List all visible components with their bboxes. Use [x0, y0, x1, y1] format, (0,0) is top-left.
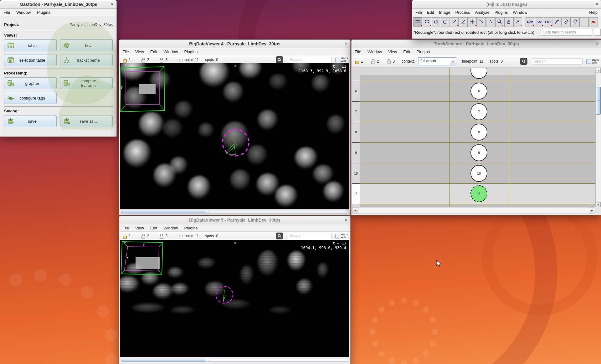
search-input[interactable]: [532, 58, 583, 64]
bdv4-image-canvas[interactable]: z y 0 t = 11 1168.3, 992.9, 1058.6: [120, 63, 349, 209]
vscroll-thumb[interactable]: [596, 87, 601, 115]
hscroll-track[interactable]: [358, 207, 589, 213]
search-input[interactable]: [288, 233, 331, 239]
fill-tool-button[interactable]: [571, 17, 580, 27]
lock-group-2[interactable]: 2: [141, 57, 149, 63]
text-tool-button[interactable]: A: [486, 17, 495, 27]
mastodon-titlebar[interactable]: Mastodon - Parhyale_LimbDev_30tps ✕: [0, 0, 116, 9]
close-icon[interactable]: ✕: [110, 2, 114, 7]
menu-process[interactable]: Process: [455, 10, 470, 15]
menu-analyze[interactable]: Analyze: [475, 10, 489, 15]
spot-node[interactable]: 6: [470, 83, 487, 100]
lock-group-3[interactable]: 3: [386, 59, 395, 64]
oval-tool-button[interactable]: [423, 17, 431, 27]
slider-knob[interactable]: [205, 358, 209, 363]
bdv5-time-slider[interactable]: [120, 358, 349, 363]
scroll-right-icon[interactable]: ▶: [589, 207, 595, 213]
menu-edit[interactable]: Edit: [150, 49, 157, 54]
trackscheme-hscrollbar[interactable]: ◀ ▶: [352, 207, 601, 213]
menu-view[interactable]: View: [388, 49, 397, 54]
menu-help[interactable]: Help: [589, 10, 598, 15]
search-button[interactable]: [520, 58, 527, 65]
menu-window[interactable]: Window: [16, 10, 31, 15]
menu-file[interactable]: File: [355, 49, 361, 54]
save-as-button[interactable]: save as...: [60, 115, 113, 127]
more-tool-button[interactable]: ≫: [589, 17, 598, 27]
lock-group-2[interactable]: 2: [371, 59, 379, 64]
bdv5-titlebar[interactable]: BigDataViewer 5 - Parhyale_LimbDev_30tps…: [119, 216, 350, 224]
picker-tool-button[interactable]: [513, 17, 522, 27]
close-icon[interactable]: ✕: [595, 2, 599, 7]
bdv5-image-canvas[interactable]: y x z 0 t = 11 1094.1, 998.0, 939.4: [120, 240, 349, 357]
save-button[interactable]: save: [4, 115, 57, 127]
selection-table-button[interactable]: selection table: [4, 54, 57, 66]
close-icon[interactable]: ✕: [595, 41, 599, 47]
menu-view[interactable]: View: [135, 49, 144, 54]
slider-knob[interactable]: [205, 210, 209, 214]
menu-window[interactable]: Window: [367, 49, 382, 54]
menu-plugins[interactable]: Plugins: [417, 49, 430, 54]
menu-window[interactable]: Window: [163, 226, 178, 230]
lock-group-3[interactable]: 3: [159, 57, 167, 63]
close-icon[interactable]: ✕: [344, 217, 348, 223]
lock-group-2[interactable]: 2: [141, 233, 149, 239]
compute-features-button[interactable]: compute features: [60, 77, 113, 89]
lock-group-3[interactable]: 3: [159, 233, 167, 239]
imagej-titlebar[interactable]: (Fiji Is Just) ImageJ ✕: [412, 0, 601, 9]
pencil-tool-button[interactable]: [553, 17, 562, 27]
scroll-down-icon[interactable]: ▼: [596, 202, 601, 207]
wand-tool-button[interactable]: [477, 17, 486, 27]
bdv4-time-slider[interactable]: [120, 209, 349, 214]
chevron-down-icon[interactable]: ▼: [450, 58, 456, 65]
menu-file[interactable]: File: [122, 226, 129, 230]
line-tool-button[interactable]: [450, 17, 459, 27]
menu-file[interactable]: File: [415, 10, 422, 15]
spot-node[interactable]: 11: [470, 185, 487, 202]
starts-with-checkbox[interactable]: [586, 59, 591, 64]
menu-plugins[interactable]: Plugins: [37, 10, 50, 15]
lut-tool-button[interactable]: LUT: [544, 17, 552, 27]
spot-node[interactable]: 10: [470, 165, 487, 182]
table-button[interactable]: table: [4, 39, 57, 51]
scroll-left-icon[interactable]: ◀: [352, 207, 358, 213]
spot-node[interactable]: 8: [470, 124, 487, 141]
search-input[interactable]: [288, 57, 331, 63]
angle-tool-button[interactable]: [459, 17, 468, 27]
starts-with-checkbox[interactable]: [335, 58, 340, 62]
scroll-up-icon[interactable]: ▲: [596, 68, 601, 73]
zoom-tool-button[interactable]: [495, 17, 504, 27]
starts-with-checkbox[interactable]: [335, 234, 340, 238]
menu-plugins[interactable]: Plugins: [495, 10, 508, 15]
configure-tags-button[interactable]: configure tags: [4, 92, 57, 104]
search-button[interactable]: [276, 233, 283, 239]
close-icon[interactable]: ✕: [344, 41, 348, 47]
lock-group-1[interactable]: 1: [355, 59, 363, 64]
lock-group-1[interactable]: 1: [122, 233, 131, 239]
trackscheme-graph-canvas[interactable]: 67891011067891011▲▼: [352, 68, 601, 207]
menu-plugins[interactable]: Plugins: [184, 226, 198, 230]
brush-tool-button[interactable]: [562, 17, 571, 27]
trackscheme-button[interactable]: trackscheme: [60, 54, 113, 66]
menu-edit[interactable]: Edit: [150, 226, 157, 230]
menu-image[interactable]: Image: [439, 10, 450, 15]
imagej-search-input[interactable]: [541, 29, 592, 36]
spot-node[interactable]: 7: [470, 103, 487, 120]
grapher-button[interactable]: grapher: [4, 77, 57, 89]
trackscheme-vscrollbar[interactable]: ▲▼: [595, 68, 601, 207]
point-tool-button[interactable]: [468, 17, 477, 27]
menu-window[interactable]: Window: [163, 49, 178, 54]
menu-view[interactable]: View: [135, 226, 144, 230]
lock-group-1[interactable]: 1: [122, 57, 131, 63]
menu-edit[interactable]: Edit: [427, 10, 434, 15]
search-button[interactable]: [276, 56, 283, 63]
spot-node[interactable]: 9: [470, 144, 487, 161]
spare-tool-button[interactable]: [580, 17, 589, 27]
dev-tool-button[interactable]: Dev: [526, 17, 534, 27]
menu-file[interactable]: File: [122, 49, 129, 54]
rectangle-tool-button[interactable]: [414, 17, 422, 27]
stk-tool-button[interactable]: Stk: [535, 17, 543, 27]
menu-edit[interactable]: Edit: [403, 49, 410, 54]
polygon-tool-button[interactable]: [432, 17, 440, 27]
trackscheme-titlebar[interactable]: TrackScheme - Parhyale_LimbDev_30tps ✕: [352, 40, 601, 48]
slider-track[interactable]: [121, 359, 348, 362]
